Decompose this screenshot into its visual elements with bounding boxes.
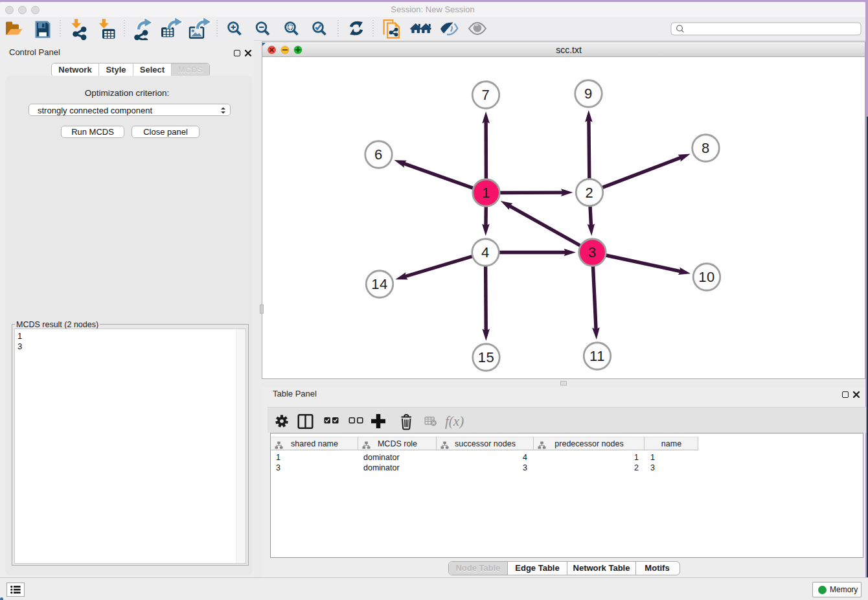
svg-text:4: 4: [481, 244, 490, 260]
svg-text:10: 10: [698, 269, 715, 285]
svg-text:7: 7: [482, 87, 490, 103]
svg-text:1: 1: [482, 185, 490, 201]
svg-text:8: 8: [702, 140, 710, 156]
svg-text:f(x): f(x): [445, 413, 464, 429]
svg-text:6: 6: [374, 146, 383, 163]
svg-text:14: 14: [371, 276, 388, 292]
svg-text:2: 2: [586, 185, 594, 201]
svg-text:9: 9: [584, 86, 593, 102]
svg-text:3: 3: [588, 244, 597, 260]
svg-text:15: 15: [478, 349, 495, 365]
svg-text:11: 11: [589, 348, 605, 364]
